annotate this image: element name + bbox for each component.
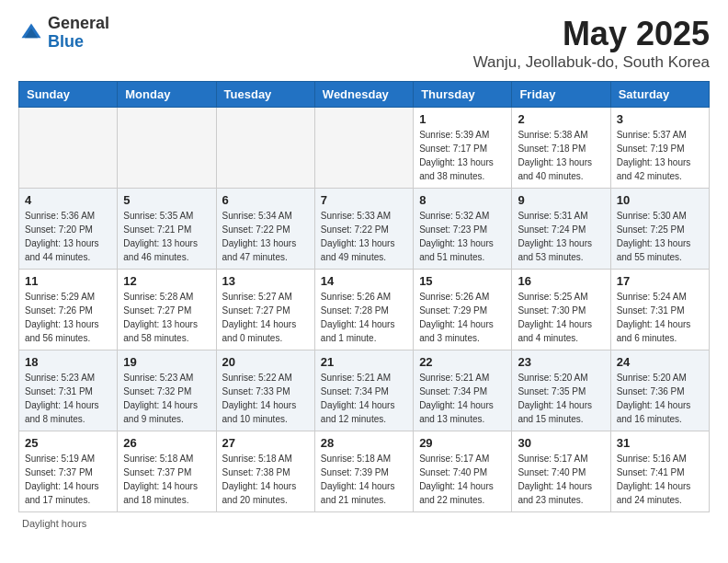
day-info: Sunrise: 5:38 AM Sunset: 7:18 PM Dayligh… — [518, 128, 604, 183]
month-title: May 2025 — [473, 15, 710, 53]
table-row: 4Sunrise: 5:36 AM Sunset: 7:20 PM Daylig… — [19, 189, 118, 270]
calendar-week-row: 25Sunrise: 5:19 AM Sunset: 7:37 PM Dayli… — [19, 431, 710, 512]
day-info: Sunrise: 5:16 AM Sunset: 7:41 PM Dayligh… — [617, 452, 703, 507]
footer-note: Daylight hours — [18, 518, 710, 529]
day-info: Sunrise: 5:36 AM Sunset: 7:20 PM Dayligh… — [25, 209, 111, 264]
day-info: Sunrise: 5:31 AM Sunset: 7:24 PM Dayligh… — [518, 209, 604, 264]
day-number: 12 — [123, 274, 210, 288]
day-info: Sunrise: 5:30 AM Sunset: 7:25 PM Dayligh… — [617, 209, 703, 264]
table-row: 30Sunrise: 5:17 AM Sunset: 7:40 PM Dayli… — [512, 431, 610, 512]
table-row: 11Sunrise: 5:29 AM Sunset: 7:26 PM Dayli… — [19, 270, 118, 350]
calendar-week-row: 11Sunrise: 5:29 AM Sunset: 7:26 PM Dayli… — [19, 270, 710, 350]
weekday-header: Sunday — [19, 82, 118, 108]
table-row: 6Sunrise: 5:34 AM Sunset: 7:22 PM Daylig… — [216, 189, 314, 270]
day-number: 6 — [222, 193, 309, 207]
table-row: 12Sunrise: 5:28 AM Sunset: 7:27 PM Dayli… — [118, 270, 216, 350]
day-info: Sunrise: 5:20 AM Sunset: 7:36 PM Dayligh… — [617, 371, 703, 426]
day-info: Sunrise: 5:25 AM Sunset: 7:30 PM Dayligh… — [518, 290, 604, 345]
day-info: Sunrise: 5:32 AM Sunset: 7:23 PM Dayligh… — [419, 209, 506, 264]
day-info: Sunrise: 5:17 AM Sunset: 7:40 PM Dayligh… — [518, 452, 604, 507]
day-number: 30 — [518, 436, 604, 450]
day-number: 7 — [321, 193, 407, 207]
day-number: 1 — [419, 112, 506, 126]
day-number: 23 — [518, 355, 604, 369]
day-number: 2 — [518, 112, 604, 126]
day-info: Sunrise: 5:24 AM Sunset: 7:31 PM Dayligh… — [617, 290, 703, 345]
day-number: 14 — [321, 274, 407, 288]
day-info: Sunrise: 5:18 AM Sunset: 7:39 PM Dayligh… — [321, 452, 407, 507]
day-info: Sunrise: 5:19 AM Sunset: 7:37 PM Dayligh… — [25, 452, 111, 507]
weekday-header: Monday — [118, 82, 216, 108]
calendar-table: SundayMondayTuesdayWednesdayThursdayFrid… — [18, 81, 710, 512]
table-row — [19, 108, 118, 189]
weekday-header: Saturday — [610, 82, 709, 108]
day-info: Sunrise: 5:28 AM Sunset: 7:27 PM Dayligh… — [123, 290, 210, 345]
table-row: 2Sunrise: 5:38 AM Sunset: 7:18 PM Daylig… — [512, 108, 610, 189]
day-info: Sunrise: 5:35 AM Sunset: 7:21 PM Dayligh… — [123, 209, 210, 264]
day-number: 17 — [617, 274, 703, 288]
table-row — [118, 108, 216, 189]
table-row: 15Sunrise: 5:26 AM Sunset: 7:29 PM Dayli… — [414, 270, 512, 350]
day-info: Sunrise: 5:37 AM Sunset: 7:19 PM Dayligh… — [617, 128, 703, 183]
day-info: Sunrise: 5:23 AM Sunset: 7:32 PM Dayligh… — [123, 371, 210, 426]
page-header: General Blue May 2025 Wanju, Jeollabuk-d… — [18, 15, 710, 72]
day-info: Sunrise: 5:23 AM Sunset: 7:31 PM Dayligh… — [25, 371, 111, 426]
day-info: Sunrise: 5:27 AM Sunset: 7:27 PM Dayligh… — [222, 290, 309, 345]
table-row: 5Sunrise: 5:35 AM Sunset: 7:21 PM Daylig… — [118, 189, 216, 270]
day-number: 25 — [25, 436, 111, 450]
table-row: 29Sunrise: 5:17 AM Sunset: 7:40 PM Dayli… — [414, 431, 512, 512]
daylight-hours-label: Daylight hours — [22, 518, 86, 529]
table-row: 23Sunrise: 5:20 AM Sunset: 7:35 PM Dayli… — [512, 350, 610, 431]
day-number: 18 — [25, 355, 111, 369]
day-info: Sunrise: 5:18 AM Sunset: 7:37 PM Dayligh… — [123, 452, 210, 507]
day-number: 3 — [617, 112, 703, 126]
table-row: 16Sunrise: 5:25 AM Sunset: 7:30 PM Dayli… — [512, 270, 610, 350]
day-info: Sunrise: 5:20 AM Sunset: 7:35 PM Dayligh… — [518, 371, 604, 426]
logo-icon — [18, 20, 44, 46]
calendar-week-row: 1Sunrise: 5:39 AM Sunset: 7:17 PM Daylig… — [19, 108, 710, 189]
day-number: 31 — [617, 436, 703, 450]
day-number: 27 — [222, 436, 309, 450]
day-info: Sunrise: 5:26 AM Sunset: 7:29 PM Dayligh… — [419, 290, 506, 345]
location-title: Wanju, Jeollabuk-do, South Korea — [473, 53, 710, 72]
table-row: 20Sunrise: 5:22 AM Sunset: 7:33 PM Dayli… — [216, 350, 314, 431]
table-row — [216, 108, 314, 189]
logo-general-text: General — [48, 15, 109, 33]
day-number: 4 — [25, 193, 111, 207]
day-info: Sunrise: 5:39 AM Sunset: 7:17 PM Dayligh… — [419, 128, 506, 183]
table-row: 19Sunrise: 5:23 AM Sunset: 7:32 PM Dayli… — [118, 350, 216, 431]
logo-blue-text: Blue — [48, 33, 109, 52]
day-number: 11 — [25, 274, 111, 288]
day-info: Sunrise: 5:21 AM Sunset: 7:34 PM Dayligh… — [321, 371, 407, 426]
day-info: Sunrise: 5:26 AM Sunset: 7:28 PM Dayligh… — [321, 290, 407, 345]
table-row: 14Sunrise: 5:26 AM Sunset: 7:28 PM Dayli… — [314, 270, 413, 350]
logo-text: General Blue — [48, 15, 109, 52]
day-info: Sunrise: 5:34 AM Sunset: 7:22 PM Dayligh… — [222, 209, 309, 264]
table-row: 13Sunrise: 5:27 AM Sunset: 7:27 PM Dayli… — [216, 270, 314, 350]
weekday-header: Friday — [512, 82, 610, 108]
day-number: 13 — [222, 274, 309, 288]
table-row: 28Sunrise: 5:18 AM Sunset: 7:39 PM Dayli… — [314, 431, 413, 512]
table-row: 22Sunrise: 5:21 AM Sunset: 7:34 PM Dayli… — [414, 350, 512, 431]
weekday-header-row: SundayMondayTuesdayWednesdayThursdayFrid… — [19, 82, 710, 108]
table-row: 7Sunrise: 5:33 AM Sunset: 7:22 PM Daylig… — [314, 189, 413, 270]
day-number: 5 — [123, 193, 210, 207]
table-row: 24Sunrise: 5:20 AM Sunset: 7:36 PM Dayli… — [610, 350, 709, 431]
table-row: 26Sunrise: 5:18 AM Sunset: 7:37 PM Dayli… — [118, 431, 216, 512]
calendar-week-row: 18Sunrise: 5:23 AM Sunset: 7:31 PM Dayli… — [19, 350, 710, 431]
day-number: 28 — [321, 436, 407, 450]
table-row: 10Sunrise: 5:30 AM Sunset: 7:25 PM Dayli… — [610, 189, 709, 270]
calendar-week-row: 4Sunrise: 5:36 AM Sunset: 7:20 PM Daylig… — [19, 189, 710, 270]
table-row: 8Sunrise: 5:32 AM Sunset: 7:23 PM Daylig… — [414, 189, 512, 270]
day-info: Sunrise: 5:22 AM Sunset: 7:33 PM Dayligh… — [222, 371, 309, 426]
day-info: Sunrise: 5:29 AM Sunset: 7:26 PM Dayligh… — [25, 290, 111, 345]
table-row: 1Sunrise: 5:39 AM Sunset: 7:17 PM Daylig… — [414, 108, 512, 189]
day-info: Sunrise: 5:18 AM Sunset: 7:38 PM Dayligh… — [222, 452, 309, 507]
day-number: 19 — [123, 355, 210, 369]
day-info: Sunrise: 5:33 AM Sunset: 7:22 PM Dayligh… — [321, 209, 407, 264]
table-row: 17Sunrise: 5:24 AM Sunset: 7:31 PM Dayli… — [610, 270, 709, 350]
weekday-header: Tuesday — [216, 82, 314, 108]
table-row: 27Sunrise: 5:18 AM Sunset: 7:38 PM Dayli… — [216, 431, 314, 512]
weekday-header: Thursday — [414, 82, 512, 108]
day-number: 15 — [419, 274, 506, 288]
